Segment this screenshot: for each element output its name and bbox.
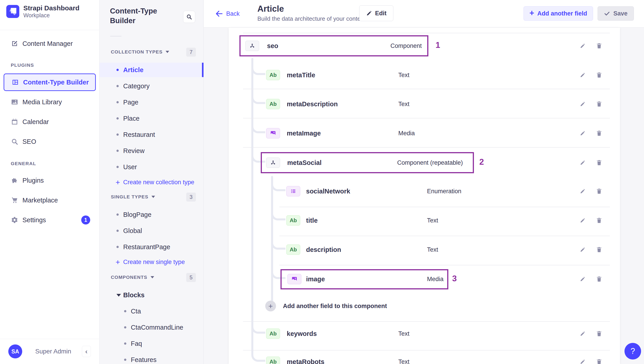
divider [243, 321, 610, 322]
subnav-item-user[interactable]: User [100, 160, 204, 174]
subnav-item-global[interactable]: Global [100, 224, 204, 238]
delete-field-icon[interactable] [596, 130, 602, 137]
field-row-description[interactable]: Ab description Text [229, 239, 620, 260]
subnav-item-restaurantpage[interactable]: RestaurantPage [100, 240, 204, 254]
enumeration-field-icon [286, 186, 300, 196]
page-subtitle: Build the data architecture of your cont… [258, 15, 365, 22]
subnav-item-review[interactable]: Review [100, 144, 204, 158]
sidebar-item-media-library[interactable]: Media Library [0, 95, 100, 109]
edit-field-icon[interactable] [579, 43, 586, 49]
field-row-keywords[interactable]: Ab keywords Text [229, 323, 620, 344]
subnav-item-article[interactable]: Article [100, 63, 204, 77]
sidebar-item-label: Marketplace [22, 197, 58, 204]
delete-field-icon[interactable] [596, 72, 602, 78]
field-row-metatitle[interactable]: Ab metaTitle Text [229, 65, 620, 85]
sidebar-item-label: Plugins [22, 177, 44, 184]
field-row-metasocial[interactable]: metaSocial Component (repeatable) [229, 152, 620, 173]
sidebar-item-calendar[interactable]: Calendar [0, 115, 100, 129]
field-row-socialnetwork[interactable]: socialNetwork Enumeration [229, 181, 620, 202]
bullet-icon [116, 166, 119, 168]
bullet-icon [116, 69, 119, 71]
workspace-switcher[interactable]: Strapi Dashboard Workplace [6, 4, 80, 19]
delete-field-icon[interactable] [596, 217, 602, 224]
edit-field-icon[interactable] [579, 130, 586, 137]
create-single-type-link[interactable]: +Create new single type [100, 255, 204, 269]
subnav-item-place[interactable]: Place [100, 111, 204, 126]
subnav-item-blogpage[interactable]: BlogPage [100, 207, 204, 222]
sidebar-item-seo[interactable]: SEO [0, 134, 100, 149]
edit-field-icon[interactable] [579, 159, 586, 166]
collapse-sidebar-button[interactable]: ‹ [82, 346, 91, 357]
add-another-field-button[interactable]: + Add another field [524, 6, 593, 21]
subnav-item-category[interactable]: Category [100, 79, 204, 93]
field-row-title[interactable]: Ab title Text [229, 210, 620, 231]
edit-field-icon[interactable] [579, 246, 586, 253]
collection-types-header[interactable]: COLLECTION TYPES [111, 49, 169, 55]
chevron-down-icon [166, 51, 169, 53]
sidebar-item-settings[interactable]: Settings 1 [0, 213, 100, 227]
save-button[interactable]: Save [598, 6, 634, 21]
media-field-icon [288, 274, 301, 284]
bullet-icon [116, 246, 119, 248]
edit-field-icon[interactable] [579, 330, 586, 337]
delete-field-icon[interactable] [596, 276, 602, 282]
field-row-metadescription[interactable]: Ab metaDescription Text [229, 94, 620, 114]
field-row-image[interactable]: image Media [229, 269, 620, 289]
subnav-item-blocks[interactable]: Blocks [100, 288, 204, 302]
add-field-to-component-button[interactable]: + Add another field to this component [229, 296, 620, 316]
sidebar-item-marketplace[interactable]: Marketplace [0, 193, 100, 207]
edit-field-icon[interactable] [579, 276, 586, 282]
delete-field-icon[interactable] [596, 159, 602, 166]
field-row-metaimage[interactable]: metaImage Media [229, 123, 620, 144]
sidebar-item-content-type-builder[interactable]: Content-Type Builder [4, 73, 96, 91]
edit-field-icon[interactable] [579, 217, 586, 224]
text-field-icon: Ab [286, 215, 300, 226]
divider [0, 30, 100, 30]
delete-field-icon[interactable] [596, 330, 602, 337]
divider [279, 236, 610, 236]
delete-field-icon[interactable] [596, 358, 602, 364]
create-collection-type-link[interactable]: +Create new collection type [100, 175, 204, 190]
search-button[interactable] [183, 11, 195, 23]
bullet-icon [116, 230, 119, 232]
subnav-item-faq[interactable]: Faq [100, 336, 204, 351]
edit-field-icon[interactable] [579, 101, 586, 107]
components-count: 5 [186, 273, 196, 282]
bullet-icon [116, 214, 119, 216]
subnav-item-restaurant[interactable]: Restaurant [100, 127, 204, 142]
plus-icon: + [265, 301, 276, 311]
text-field-icon: Ab [266, 328, 280, 339]
edit-field-icon[interactable] [579, 358, 586, 364]
delete-field-icon[interactable] [596, 246, 602, 253]
components-header[interactable]: COMPONENTS [111, 275, 154, 280]
back-link[interactable]: Back [216, 10, 240, 18]
strapi-logo-icon [6, 5, 19, 18]
edit-field-icon[interactable] [579, 188, 586, 195]
field-row-metarobots[interactable]: Ab metaRobots Text [229, 351, 620, 364]
gear-icon [11, 216, 18, 224]
edit-field-icon[interactable] [579, 72, 586, 78]
help-button[interactable]: ? [624, 343, 641, 359]
bullet-icon [116, 117, 119, 119]
divider [243, 118, 610, 118]
chevron-down-icon [150, 276, 154, 278]
single-types-header[interactable]: SINGLE TYPES [111, 194, 155, 200]
subnav-item-ctacommandline[interactable]: CtaCommandLine [100, 320, 204, 334]
field-row-seo[interactable]: seo Component [229, 36, 620, 56]
delete-field-icon[interactable] [596, 188, 602, 195]
sidebar-item-label: Settings [22, 216, 46, 224]
subnav-item-cta[interactable]: Cta [100, 304, 204, 318]
edit-button[interactable]: Edit [359, 6, 393, 21]
divider [279, 265, 610, 265]
sidebar-item-label: Content Manager [22, 40, 73, 47]
bullet-icon [124, 326, 126, 328]
subnav-item-page[interactable]: Page [100, 95, 204, 109]
write-icon [11, 40, 18, 47]
user-menu[interactable]: SA Super Admin ‹ [0, 344, 100, 359]
sidebar-item-plugins[interactable]: Plugins [0, 173, 100, 188]
sidebar-item-content-manager[interactable]: Content Manager [0, 36, 100, 51]
delete-field-icon[interactable] [596, 101, 602, 107]
delete-field-icon[interactable] [596, 43, 602, 49]
subnav-title: Content-Type Builder [110, 6, 175, 26]
subnav-item-features[interactable]: Features [100, 352, 204, 364]
